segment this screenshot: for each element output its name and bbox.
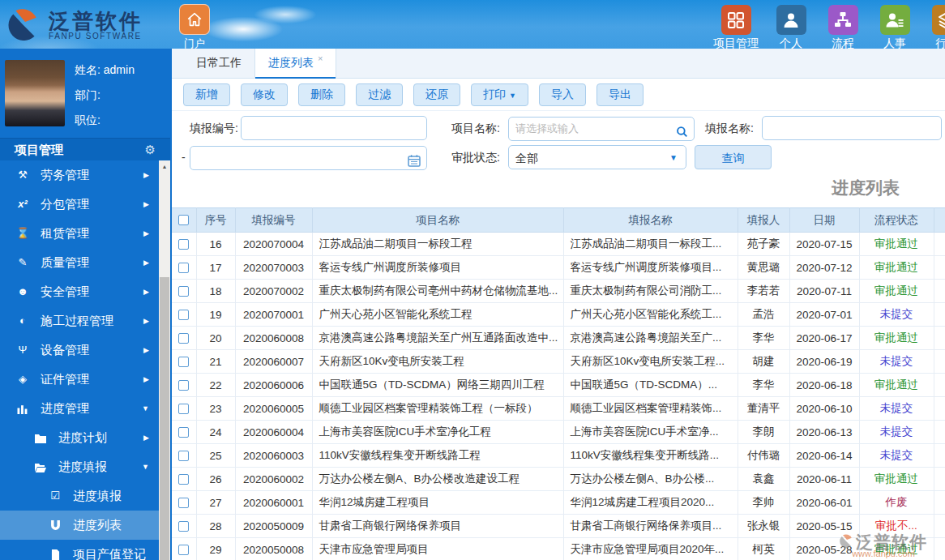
删除-button[interactable]: 删除 bbox=[298, 83, 345, 106]
导出-button[interactable]: 导出 bbox=[597, 83, 644, 106]
table-row[interactable]: 252020060003110kV安徽线程集变开断线路工程110kV安徽线程集变… bbox=[172, 444, 945, 468]
table-row[interactable]: 232020060005顺德工业园区档案管理精装饰工程（一标段）顺德工业园区档案… bbox=[172, 397, 945, 421]
table-row[interactable]: 282020050009甘肃省工商银行网络保养项目甘肃省工商银行网络保养项目..… bbox=[172, 515, 945, 538]
report-name-link[interactable]: 广州天心苑小区智能化系统工... bbox=[563, 303, 738, 327]
row-checkbox[interactable] bbox=[178, 239, 189, 250]
table-row[interactable]: 262020060002万达办公楼左侧A、B办公楼改造建设工程万达办公楼左侧A、… bbox=[172, 468, 945, 491]
table-row[interactable]: 212020060007天府新区10Kv变电所安装工程天府新区10Kv变电所安装… bbox=[172, 350, 945, 374]
table-row[interactable]: 222020060006中国联通5G（TD-SCDMA）网络三期四川工程中国联通… bbox=[172, 374, 945, 397]
reporter-link[interactable]: 李帅 bbox=[738, 491, 789, 515]
table-row[interactable]: 172020070003客运专线广州调度所装修项目客运专线广州调度所装修项目..… bbox=[172, 256, 945, 280]
reporter-link[interactable]: 李华 bbox=[738, 374, 789, 397]
search-icon[interactable] bbox=[676, 122, 688, 146]
table-row[interactable]: 192020070001广州天心苑小区智能化系统工程广州天心苑小区智能化系统工.… bbox=[172, 303, 945, 327]
tab-进度列表[interactable]: 进度列表× bbox=[254, 49, 336, 78]
nav-module-3[interactable]: 流程 bbox=[823, 5, 862, 51]
nav-portal[interactable]: 门户 bbox=[177, 4, 212, 51]
table-row[interactable]: 292020050008天津市应急管理局项目天津市应急管理局项目2020年...… bbox=[172, 538, 945, 560]
approval-status-select[interactable]: 全部 ▼ bbox=[508, 145, 686, 169]
report-code-link[interactable]: 2020060003 bbox=[235, 444, 312, 468]
report-code-link[interactable]: 2020070002 bbox=[235, 280, 312, 303]
report-code-link[interactable]: 2020070004 bbox=[235, 233, 312, 256]
project-name-link[interactable]: 重庆太极制药有限公司亳州中药材仓储物流基地... bbox=[312, 280, 563, 303]
row-checkbox[interactable] bbox=[178, 545, 189, 555]
report-name-link[interactable]: 甘肃省工商银行网络保养项目... bbox=[563, 515, 738, 538]
reporter-link[interactable]: 黄思璐 bbox=[738, 256, 789, 280]
project-name-input[interactable] bbox=[508, 117, 695, 141]
row-checkbox[interactable] bbox=[178, 286, 189, 297]
report-name-link[interactable]: 110kV安徽线程集变开断线路... bbox=[563, 444, 738, 468]
report-name-link[interactable]: 上海市美容医院ICU手术室净... bbox=[563, 421, 738, 444]
scrollbar-up-icon[interactable]: ▲ bbox=[159, 160, 170, 173]
report-name-link[interactable]: 天府新区10Kv变电所安装工程... bbox=[563, 350, 738, 374]
table-row[interactable]: 242020060004上海市美容医院ICU手术室净化工程上海市美容医院ICU手… bbox=[172, 421, 945, 444]
sidebar-item-进度计划[interactable]: 进度计划▶ bbox=[0, 423, 159, 452]
sidebar-scrollbar[interactable]: ▲ bbox=[159, 160, 170, 560]
date-input[interactable] bbox=[190, 146, 427, 170]
report-no-input[interactable] bbox=[241, 116, 427, 140]
table-row[interactable]: 272020060001华润12城房建工程项目华润12城房建工程项目2020..… bbox=[172, 491, 945, 515]
row-checkbox[interactable] bbox=[178, 498, 189, 508]
sidebar-item-证件管理[interactable]: ◈证件管理▶ bbox=[0, 365, 159, 394]
sidebar-item-分包管理[interactable]: x²分包管理▶ bbox=[0, 190, 159, 219]
sidebar-item-设备管理[interactable]: Ψ设备管理▶ bbox=[0, 336, 159, 365]
nav-module-1[interactable]: 项目管理 bbox=[713, 5, 759, 51]
report-code-link[interactable]: 2020060007 bbox=[235, 350, 312, 374]
tab-close-icon[interactable]: × bbox=[318, 53, 323, 63]
sidebar-item-质量管理[interactable]: ✎质量管理▶ bbox=[0, 248, 159, 277]
row-checkbox[interactable] bbox=[178, 263, 189, 273]
report-name-link[interactable]: 华润12城房建工程项目2020... bbox=[563, 491, 738, 515]
sidebar-item-劳务管理[interactable]: ⚒劳务管理▶ bbox=[0, 160, 159, 190]
report-code-link[interactable]: 2020060001 bbox=[235, 491, 312, 515]
project-name-link[interactable]: 天津市应急管理局项目 bbox=[312, 538, 563, 560]
sidebar-item-租赁管理[interactable]: ⌛租赁管理▶ bbox=[0, 219, 159, 248]
project-name-link[interactable]: 顺德工业园区档案管理精装饰工程（一标段） bbox=[312, 397, 563, 421]
report-code-link[interactable]: 2020070003 bbox=[235, 256, 312, 280]
report-name-link[interactable]: 京港澳高速公路粤境韶关至广... bbox=[563, 327, 738, 350]
sidebar-item-进度列表[interactable]: 进度列表 bbox=[0, 511, 159, 540]
project-name-link[interactable]: 万达办公楼左侧A、B办公楼改造建设工程 bbox=[312, 468, 563, 491]
row-checkbox[interactable] bbox=[178, 380, 189, 391]
report-code-link[interactable]: 2020060002 bbox=[235, 468, 312, 491]
reporter-link[interactable]: 董清平 bbox=[738, 397, 789, 421]
过滤-button[interactable]: 过滤 bbox=[356, 83, 403, 106]
row-checkbox[interactable] bbox=[178, 357, 189, 367]
report-code-link[interactable]: 2020060004 bbox=[235, 421, 312, 444]
report-code-link[interactable]: 2020050008 bbox=[235, 538, 312, 560]
sidebar-item-施工过程管理[interactable]: ◐施工过程管理▶ bbox=[0, 306, 159, 336]
table-row[interactable]: 202020060008京港澳高速公路粤境韶关至广州互通路面改造中...京港澳高… bbox=[172, 327, 945, 350]
还原-button[interactable]: 还原 bbox=[413, 83, 460, 106]
table-row[interactable]: 182020070002重庆太极制药有限公司亳州中药材仓储物流基地...重庆太极… bbox=[172, 280, 945, 303]
reporter-link[interactable]: 苑子豪 bbox=[738, 233, 789, 256]
nav-module-4[interactable]: 人事 bbox=[875, 5, 914, 51]
tab-日常工作[interactable]: 日常工作 bbox=[183, 49, 254, 78]
sidebar-item-进度填报[interactable]: ☑进度填报 bbox=[0, 481, 159, 511]
reporter-link[interactable]: 张永银 bbox=[738, 515, 789, 538]
reporter-link[interactable]: 柯英 bbox=[738, 538, 789, 560]
nav-module-2[interactable]: 个人 bbox=[772, 5, 810, 51]
打印-button[interactable]: 打印▼ bbox=[471, 83, 528, 106]
reporter-link[interactable]: 李朗 bbox=[738, 421, 789, 444]
project-name-link[interactable]: 广州天心苑小区智能化系统工程 bbox=[312, 303, 563, 327]
report-name-input[interactable] bbox=[762, 116, 942, 140]
report-name-link[interactable]: 江苏成品油二期项目一标段工... bbox=[563, 233, 738, 256]
project-name-link[interactable]: 天府新区10Kv变电所安装工程 bbox=[312, 350, 563, 374]
新增-button[interactable]: 新增 bbox=[183, 83, 230, 106]
reporter-link[interactable]: 胡建 bbox=[738, 350, 789, 374]
row-checkbox[interactable] bbox=[178, 474, 189, 485]
reporter-link[interactable]: 孟浩 bbox=[738, 303, 789, 327]
project-name-link[interactable]: 客运专线广州调度所装修项目 bbox=[312, 256, 563, 280]
reporter-link[interactable]: 付伟璐 bbox=[738, 444, 789, 468]
project-name-link[interactable]: 上海市美容医院ICU手术室净化工程 bbox=[312, 421, 563, 444]
reporter-link[interactable]: 袁鑫 bbox=[738, 468, 789, 491]
project-name-link[interactable]: 华润12城房建工程项目 bbox=[312, 491, 563, 515]
gear-icon[interactable]: ⚙ bbox=[145, 139, 156, 160]
project-name-link[interactable]: 中国联通5G（TD-SCDMA）网络三期四川工程 bbox=[312, 374, 563, 397]
report-name-link[interactable]: 中国联通5G（TD-SCDMA）... bbox=[563, 374, 738, 397]
select-all-checkbox[interactable] bbox=[178, 215, 189, 225]
report-name-link[interactable]: 客运专线广州调度所装修项目... bbox=[563, 256, 738, 280]
calendar-icon[interactable] bbox=[408, 151, 421, 175]
row-checkbox[interactable] bbox=[178, 310, 189, 320]
sidebar-item-安全管理[interactable]: ☻安全管理▶ bbox=[0, 277, 159, 306]
reporter-link[interactable]: 李华 bbox=[738, 327, 789, 350]
